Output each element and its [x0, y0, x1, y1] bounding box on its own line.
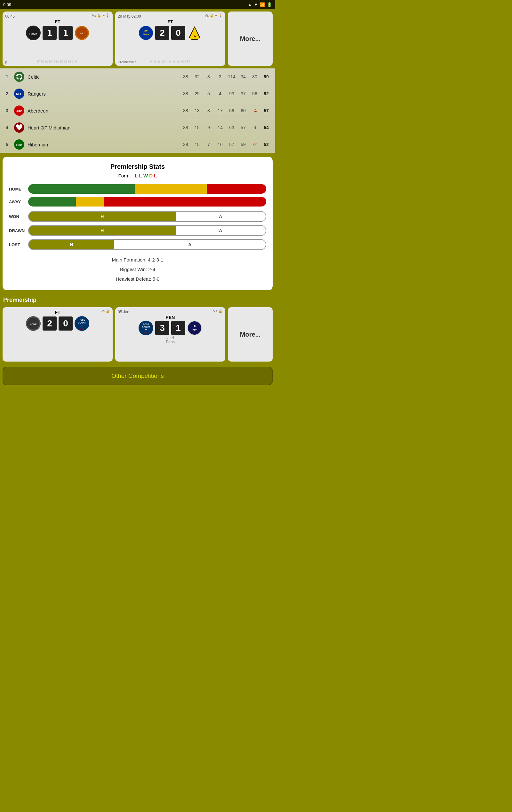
- bottom-match-card-2[interactable]: 05 Jun Vs 🔒 PEN ROSS COUNT Y FC 3 1 ✿: [115, 307, 225, 361]
- stat-a: 34: [238, 74, 249, 79]
- team-name: Heart OF Midlothian: [28, 125, 180, 130]
- bcard-time-2: 05 Jun: [118, 310, 223, 314]
- heaviest-defeat: Heaviest Defeat: 5-0: [9, 274, 266, 284]
- match-status-2: FT: [118, 19, 223, 24]
- more-button[interactable]: More...: [240, 35, 261, 42]
- bcard-home-score-1: 2: [43, 317, 57, 330]
- bcard-pen-score: 5 - 4: [118, 335, 223, 340]
- form-l2: L: [139, 173, 142, 178]
- svg-text:HOME: HOME: [30, 323, 37, 325]
- table-row[interactable]: 1 Celtic 38 32 3 3 114 34 80 99: [0, 68, 275, 85]
- stat-w: 32: [191, 74, 203, 79]
- stat-f: 114: [226, 74, 238, 79]
- bottom-more-button[interactable]: More...: [240, 331, 261, 338]
- form-w: W: [143, 173, 148, 178]
- bcard-status-1: FT: [5, 310, 110, 315]
- svg-point-15: [18, 79, 20, 81]
- away-bar-yellow: [76, 197, 104, 206]
- svg-text:COUNT: COUNT: [142, 326, 151, 328]
- svg-text:✿: ✿: [194, 325, 196, 328]
- away-score-1: 1: [59, 26, 73, 40]
- league-watermark-1: PREMIERSHIP: [3, 59, 113, 64]
- svg-text:LIV: LIV: [193, 35, 196, 37]
- stat-pts: 92: [261, 91, 272, 96]
- stats-info: Main Formation: 4-2-3-1 Biggest Win: 2-4…: [9, 255, 266, 284]
- team-name: Celtic: [28, 74, 180, 80]
- svg-text:HFC: HFC: [16, 144, 22, 147]
- away-bar-red: [104, 197, 266, 206]
- stat-f: 56: [226, 108, 238, 113]
- biggest-win: Biggest Win: 2-4: [9, 265, 266, 274]
- form-l3: L: [154, 173, 157, 178]
- form-label: Form:: [118, 173, 131, 178]
- bcard-home-score-2: 3: [155, 321, 169, 335]
- table-row[interactable]: 3 AFC Aberdeen 38 18 3 17 56 60 -4 57: [0, 102, 275, 119]
- stat-w: 18: [191, 108, 203, 113]
- table-pos: 1: [3, 74, 11, 79]
- table-row[interactable]: 4 Heart OF Midlothian 38 15 9 14 63 57 6…: [0, 119, 275, 136]
- svg-text:MFC: MFC: [79, 32, 84, 34]
- bottom-match-card-1[interactable]: Vs 🔒 FT HOME 2 0 ROSS COUNT Y FC: [3, 307, 113, 361]
- status-bar: 9:09 ▲ ▼ 📶 🔋: [0, 0, 275, 9]
- stat-d: 9: [203, 125, 214, 130]
- form-d: D: [149, 173, 153, 178]
- match-card-1[interactable]: Vs 🔒 ≡ 🚶 06:45 FT HOME 1 1 MFC PREMIERSH: [3, 11, 113, 66]
- won-home: H: [29, 212, 176, 221]
- form-row: Form: L L W D L: [9, 173, 266, 178]
- top-match-cards-row: Vs 🔒 ≡ 🚶 06:45 FT HOME 1 1 MFC PREMIERSH: [0, 9, 275, 68]
- home-score-1: 1: [43, 26, 57, 40]
- table-row[interactable]: 5 HFC Hibernian 38 15 7 16 57 59 -2 52: [0, 136, 275, 153]
- league-table: 1 Celtic 38 32 3 3 114 34 80 99 2 R: [0, 68, 275, 153]
- lost-label: LOST: [9, 242, 28, 247]
- team-name: Aberdeen: [28, 108, 180, 114]
- svg-text:PAT: PAT: [193, 329, 197, 331]
- away-bar: [28, 197, 266, 206]
- stat-p: 38: [180, 74, 191, 79]
- stat-f: 63: [226, 125, 238, 130]
- stat-d: 3: [203, 74, 214, 79]
- stat-w: 15: [191, 142, 203, 147]
- home-bar-green: [28, 184, 135, 194]
- other-competitions-button[interactable]: Other Competitions: [3, 367, 273, 385]
- drawn-bar: H A: [28, 225, 266, 236]
- team-logo-hibernian: HFC: [14, 139, 25, 150]
- bottom-more-card[interactable]: More...: [228, 307, 273, 361]
- stat-l: 14: [214, 125, 226, 130]
- section-label: Premiership: [0, 294, 275, 304]
- table-row[interactable]: 2 RFC Rangers 38 29 5 4 93 37 56 92: [0, 85, 275, 102]
- stat-pts: 54: [261, 125, 272, 130]
- away-bar-label: AWAY: [9, 200, 28, 204]
- stat-gd: 80: [249, 74, 261, 79]
- drawn-label: DRAWN: [9, 228, 28, 233]
- home-logo-2: ST JOHN: [139, 26, 153, 40]
- stat-a: 60: [238, 108, 249, 113]
- stat-l: 4: [214, 91, 226, 96]
- stat-a: 57: [238, 125, 249, 130]
- more-card[interactable]: More...: [228, 11, 273, 66]
- home-bar-label: HOME: [9, 187, 28, 192]
- stat-gd: -2: [249, 142, 261, 147]
- stat-d: 7: [203, 142, 214, 147]
- status-icons: ▲ ▼ 📶 🔋: [248, 2, 272, 7]
- table-pos: 3: [3, 108, 11, 113]
- team-logo-rangers: RFC: [14, 88, 25, 99]
- match-card-2[interactable]: Vs 🔒 ≡ 🚶 29 May 02:00 FT ST JOHN 2 0 LIV: [115, 11, 225, 66]
- svg-text:FC: FC: [80, 328, 83, 330]
- stat-f: 57: [226, 142, 238, 147]
- stat-w: 29: [191, 91, 203, 96]
- match-teams-2: ST JOHN 2 0 LIV: [118, 26, 223, 40]
- home-bar-yellow: [135, 184, 207, 194]
- stat-f: 93: [226, 91, 238, 96]
- away-logo-2: LIV: [187, 26, 202, 40]
- svg-point-37: [188, 321, 201, 335]
- stat-p: 38: [180, 108, 191, 113]
- bcard-away-score-1: 0: [59, 317, 73, 330]
- table-pos: 5: [3, 142, 11, 147]
- drawn-away: A: [176, 226, 266, 235]
- away-bar-green: [28, 197, 76, 206]
- drawn-bar-row: DRAWN H A: [9, 225, 266, 236]
- bcard-teams-1: HOME 2 0 ROSS COUNT Y FC: [5, 316, 110, 331]
- lost-home: H: [29, 240, 114, 249]
- stat-l: 17: [214, 108, 226, 113]
- stats-card: Premiership Stats Form: L L W D L HOME A…: [3, 157, 273, 290]
